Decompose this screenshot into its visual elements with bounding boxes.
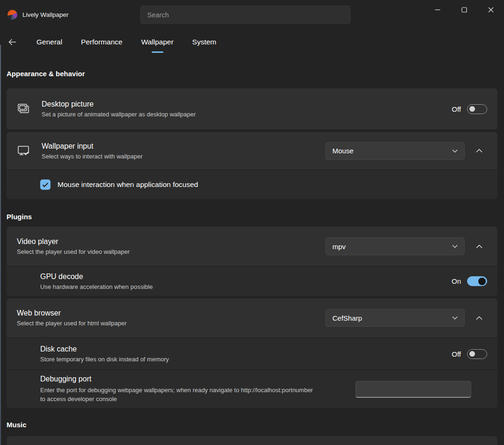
web-browser-card: Web browser Select the player used for h… <box>7 298 497 408</box>
tab-system[interactable]: System <box>191 35 217 49</box>
wallpaper-input-card: Wallpaper input Select ways to interact … <box>7 132 497 199</box>
desktop-picture-toggle-label: Off <box>452 105 461 113</box>
gpu-decode-row: GPU decode Use hardware acceleration whe… <box>7 266 497 296</box>
tab-performance-label: Performance <box>81 38 122 46</box>
wallpaper-input-subtitle: Select ways to interact with wallpaper <box>42 153 143 160</box>
gpu-decode-title: GPU decode <box>40 273 153 281</box>
toggle-knob <box>469 106 475 112</box>
debugging-port-subtitle: Enter the port for debugging webpage wal… <box>40 386 316 404</box>
chevron-up-icon <box>476 149 482 153</box>
tab-bar: General Performance Wallpaper System <box>0 29 504 55</box>
mouse-interaction-label: Mouse interaction when application focus… <box>58 180 198 189</box>
tab-wallpaper[interactable]: Wallpaper <box>140 35 174 49</box>
window-edge <box>0 45 1 445</box>
video-player-row: Video player Select the player used for … <box>7 227 497 266</box>
disk-cache-toggle-label: Off <box>452 350 461 358</box>
window-controls <box>424 0 504 29</box>
disk-cache-toggle[interactable] <box>467 349 487 359</box>
maximize-icon <box>461 7 467 13</box>
desktop-picture-subtitle: Set a picture of animated wallpaper as d… <box>42 111 196 118</box>
mouse-interaction-row: Mouse interaction when application focus… <box>7 170 497 199</box>
settings-page: Appearance & behavior Desktop picture Se… <box>0 70 504 445</box>
mouse-interaction-checkbox[interactable] <box>40 179 50 190</box>
video-player-collapse-button[interactable] <box>471 244 487 249</box>
back-button[interactable] <box>8 39 22 45</box>
wallpaper-input-icon <box>17 145 29 156</box>
search-input[interactable] <box>140 6 351 24</box>
section-header-music: Music <box>7 421 497 429</box>
video-player-dropdown[interactable]: mpv <box>325 237 465 255</box>
desktop-picture-toggle[interactable] <box>467 104 487 114</box>
app-title: Lively Wallpaper <box>22 11 69 18</box>
chevron-down-icon <box>452 316 458 320</box>
tab-wallpaper-label: Wallpaper <box>141 38 173 46</box>
section-header-plugins: Plugins <box>7 213 497 221</box>
web-browser-collapse-button[interactable] <box>471 316 487 320</box>
wallpaper-input-collapse-button[interactable] <box>471 149 487 153</box>
minimize-icon <box>435 7 440 13</box>
active-tab-indicator <box>151 51 163 53</box>
gpu-decode-toggle[interactable] <box>467 276 487 286</box>
web-browser-row: Web browser Select the player used for h… <box>7 298 497 337</box>
tab-general[interactable]: General <box>36 35 63 49</box>
disk-cache-row: Disk cache Store temporary files on disk… <box>7 338 497 370</box>
web-browser-title: Web browser <box>17 309 127 317</box>
debugging-port-title: Debugging port <box>40 375 316 383</box>
web-browser-dropdown-value: CefSharp <box>332 314 362 322</box>
chevron-up-icon <box>476 316 482 320</box>
close-icon <box>488 7 494 13</box>
video-player-title: Video player <box>17 237 130 246</box>
close-button[interactable] <box>477 0 504 20</box>
tab-performance[interactable]: Performance <box>80 35 123 49</box>
desktop-picture-row: Desktop picture Set a picture of animate… <box>7 88 497 129</box>
chevron-down-icon <box>452 149 458 153</box>
maximize-button[interactable] <box>451 0 477 20</box>
web-browser-dropdown[interactable]: CefSharp <box>325 309 465 327</box>
wallpaper-input-row: Wallpaper input Select ways to interact … <box>7 132 497 170</box>
chevron-up-icon <box>476 244 482 249</box>
desktop-picture-card: Desktop picture Set a picture of animate… <box>7 88 497 129</box>
toggle-knob <box>469 351 475 357</box>
video-player-dropdown-value: mpv <box>332 243 346 251</box>
debugging-port-input[interactable] <box>355 381 471 398</box>
back-arrow-icon <box>8 39 16 45</box>
web-browser-subtitle: Select the player used for html wallpape… <box>17 320 127 327</box>
video-player-card: Video player Select the player used for … <box>7 227 497 296</box>
section-header-appearance: Appearance & behavior <box>7 70 497 78</box>
disk-cache-subtitle: Store temporary files on disk instead of… <box>40 356 169 363</box>
music-card-partial <box>7 436 497 445</box>
gpu-decode-subtitle: Use hardware acceleration when possible <box>40 283 153 290</box>
app-logo-icon <box>7 10 17 20</box>
chevron-down-icon <box>452 244 458 248</box>
tab-system-label: System <box>192 38 216 46</box>
minimize-button[interactable] <box>424 0 451 20</box>
desktop-picture-title: Desktop picture <box>42 100 196 108</box>
video-player-subtitle: Select the player used for video wallpap… <box>17 248 130 255</box>
checkmark-icon <box>42 182 49 187</box>
debugging-port-row: Debugging port Enter the port for debugg… <box>7 370 497 408</box>
wallpaper-input-dropdown[interactable]: Mouse <box>325 142 465 160</box>
gpu-decode-toggle-label: On <box>452 277 461 285</box>
wallpaper-input-dropdown-value: Mouse <box>332 147 353 155</box>
wallpaper-input-title: Wallpaper input <box>42 142 143 151</box>
disk-cache-title: Disk cache <box>40 345 169 353</box>
tab-general-label: General <box>36 38 62 46</box>
desktop-picture-icon <box>17 104 29 114</box>
titlebar: Lively Wallpaper <box>0 0 504 29</box>
toggle-knob <box>478 278 486 285</box>
